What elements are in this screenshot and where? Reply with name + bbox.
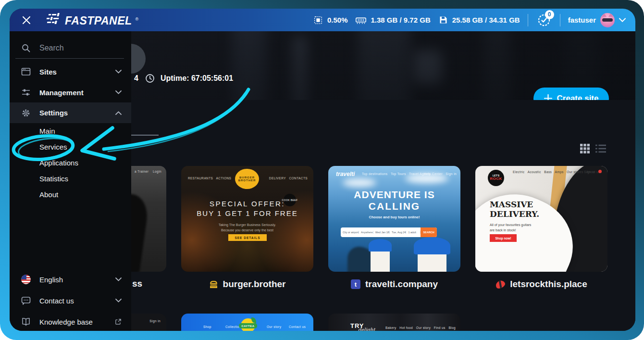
site-thumb-nav: Help Center Sign in bbox=[424, 172, 457, 176]
topbar-divider bbox=[560, 14, 560, 26]
external-link-icon bbox=[115, 318, 122, 325]
knowledge-base-label: Knowledge base bbox=[39, 318, 93, 326]
create-site-label: Create site bbox=[557, 94, 599, 101]
sidebar-subitem-statistics[interactable]: Statistics bbox=[10, 171, 131, 187]
search-underline bbox=[15, 58, 124, 59]
travelti-favicon: t bbox=[351, 279, 360, 289]
us-flag-icon bbox=[21, 275, 31, 284]
fastpanel-logo[interactable]: FASTPANEL ® bbox=[45, 13, 138, 27]
thumb-subtext: Choose and buy tours online! bbox=[328, 215, 460, 219]
sidebar-subitem-services[interactable]: Services bbox=[10, 139, 131, 155]
thumb-headline: DELIVERY. bbox=[490, 209, 539, 219]
thumb-headline: SPECIAL OFFER: bbox=[181, 200, 313, 208]
disk-usage-value: 25.58 GB / 34.31 GB bbox=[452, 16, 520, 24]
plus-icon bbox=[544, 94, 552, 100]
sidebar-item-contact-us[interactable]: Contact us bbox=[10, 291, 131, 310]
site-thumb-nav: RESTAURANTS ACTIONS bbox=[188, 176, 231, 180]
disk-icon bbox=[438, 15, 448, 25]
thumb-search-bar: City or airport Anywhere Wed Jan 18 Tue,… bbox=[341, 227, 437, 237]
notification-badge: 0 bbox=[545, 10, 554, 19]
user-menu[interactable]: fastuser bbox=[568, 13, 626, 27]
burger-favicon bbox=[209, 280, 218, 289]
management-icon bbox=[21, 88, 31, 97]
sidebar-search[interactable] bbox=[10, 39, 131, 57]
guitar-pick-favicon bbox=[495, 279, 507, 290]
sidebar-item-label: Settings bbox=[39, 109, 68, 117]
sites-content: a Trainer Login RESTAURANTS ACTIONS DELI… bbox=[131, 100, 635, 331]
sidebar-subitem-about[interactable]: About bbox=[10, 187, 131, 202]
subitem-label: About bbox=[39, 190, 58, 199]
letsrock-logo: LET'SROCK bbox=[488, 170, 504, 186]
site-name: letsrockthis.place bbox=[510, 279, 587, 290]
site-card-letsrock[interactable]: LET'SROCK Electric Acoustic Bass Amps Ou… bbox=[475, 166, 607, 272]
sites-icon bbox=[21, 67, 31, 76]
sidebar-item-language[interactable]: English bbox=[10, 270, 131, 289]
sidebar-item-knowledge-base[interactable]: Knowledge base bbox=[10, 312, 131, 331]
avatar bbox=[600, 13, 615, 27]
chat-icon bbox=[21, 296, 31, 305]
ram-usage: 1.38 GB / 9.72 GB bbox=[355, 15, 430, 25]
grid-view-toggle[interactable] bbox=[580, 143, 590, 154]
disk-usage: 25.58 GB / 34.31 GB bbox=[438, 15, 520, 25]
subitem-label: Applications bbox=[39, 159, 78, 167]
site-card-row2-1[interactable]: Sign in bbox=[131, 314, 166, 331]
sidebar-item-management[interactable]: Management bbox=[10, 83, 131, 102]
thumb-subtext: Taking The Burger Business Seriously.Bec… bbox=[181, 223, 313, 233]
sidebar-item-settings[interactable]: Settings bbox=[10, 102, 131, 123]
subitem-label: Statistics bbox=[39, 175, 68, 183]
search-input[interactable] bbox=[38, 43, 117, 53]
chevron-down-icon bbox=[115, 277, 122, 281]
subitem-label: Services bbox=[39, 143, 67, 151]
server-hero-banner: 4 Uptime: 67:05:56:01 Create site bbox=[131, 31, 635, 100]
burger-brother-logo: BURGERBROTHER bbox=[235, 169, 259, 189]
site-name: travelti.company bbox=[365, 279, 438, 290]
ram-icon bbox=[355, 15, 367, 25]
trydelight-logo-script: delight bbox=[358, 327, 375, 331]
chevron-down-icon bbox=[115, 90, 122, 94]
sidebar-item-sites[interactable]: Sites bbox=[10, 62, 131, 81]
site-link-burger-brother[interactable]: burger.brother bbox=[181, 277, 313, 291]
chevron-down-icon bbox=[619, 18, 626, 22]
server-meta: 4 Uptime: 67:05:56:01 bbox=[134, 74, 233, 83]
site-thumb-signin: Sign in bbox=[584, 170, 595, 174]
active-tab-indicator bbox=[131, 135, 159, 136]
settings-gear-icon bbox=[21, 108, 31, 118]
thumb-headline: BUY 1 GET 1 FOR FREE bbox=[181, 209, 313, 217]
list-view-toggle[interactable] bbox=[595, 143, 606, 154]
topbar-divider bbox=[528, 14, 528, 26]
language-label: English bbox=[39, 276, 63, 284]
site-card-fitness[interactable]: a Trainer Login bbox=[131, 166, 166, 272]
cpu-usage: 0.50% bbox=[313, 15, 348, 25]
create-site-button[interactable]: Create site bbox=[533, 88, 609, 100]
close-icon bbox=[22, 15, 31, 25]
chevron-down-icon bbox=[115, 299, 122, 302]
thumb-subtext: All of your favourites guitarsare back i… bbox=[490, 223, 531, 233]
site-card-trydelight[interactable]: TRY delight Bakery Hot food Our story Fi… bbox=[328, 314, 460, 331]
topbar: FASTPANEL ® 0.50% 1.38 GB / 9.72 GB 25.5… bbox=[10, 9, 635, 31]
ram-usage-value: 1.38 GB / 9.72 GB bbox=[371, 16, 430, 24]
sidebar-subitem-main[interactable]: Main bbox=[10, 123, 131, 139]
site-thumb-nav: Shop bbox=[203, 325, 211, 328]
site-card-burger-brother[interactable]: RESTAURANTS ACTIONS DELIVERY CONTACTS BU… bbox=[181, 166, 313, 272]
site-name: burger.brother bbox=[223, 279, 286, 290]
site-card-travelti[interactable]: travelti Top destinations Top Tours Trav… bbox=[328, 166, 460, 272]
site-link-travelti[interactable]: t travelti.company bbox=[328, 277, 460, 291]
site-link-letsrock[interactable]: letsrockthis.place bbox=[475, 277, 607, 291]
site-thumb-nav: Sign in bbox=[149, 319, 161, 323]
sidebar-subitem-applications[interactable]: Applications bbox=[10, 155, 131, 171]
clock-icon bbox=[145, 74, 155, 83]
site-thumb-nav: Our story bbox=[267, 325, 281, 328]
site-thumb-nav: a Trainer Login bbox=[135, 170, 161, 173]
close-menu-button[interactable] bbox=[20, 14, 33, 26]
site-name-partial[interactable]: ss bbox=[132, 278, 142, 289]
subitem-label: Main bbox=[39, 127, 55, 135]
site-card-caytea[interactable]: Shop Collections & sorts CAYTEA Our stor… bbox=[181, 314, 313, 331]
server-info-fragment: 4 bbox=[134, 74, 138, 83]
thumb-button: SEE DETAILS bbox=[228, 234, 267, 241]
notifications-button[interactable]: 0 bbox=[536, 12, 552, 28]
chevron-up-icon bbox=[115, 111, 122, 115]
fastpanel-app: FASTPANEL ® 0.50% 1.38 GB / 9.72 GB 25.5… bbox=[10, 9, 635, 331]
window-frame: FASTPANEL ® 0.50% 1.38 GB / 9.72 GB 25.5… bbox=[0, 0, 644, 340]
thumb-headline: ADVENTURE IS bbox=[328, 189, 460, 201]
caytea-logo-text: CAYTEA bbox=[239, 323, 257, 328]
